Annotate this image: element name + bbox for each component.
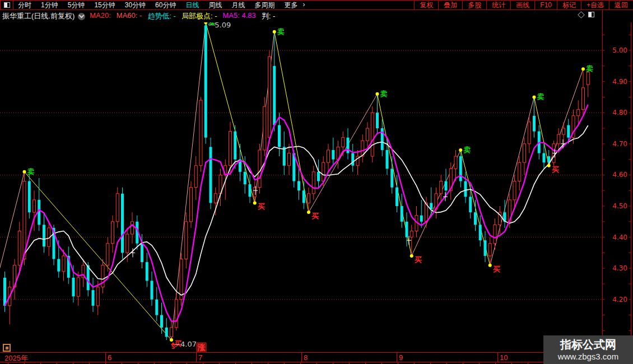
period-toolbar: 分时1分钟5分钟15分钟30分钟60分钟日线周线月线多周期更多 › 复权叠加多股… — [0, 0, 633, 10]
date-axis: 2025年 678910 — [0, 352, 633, 362]
period-tab-周线[interactable]: 周线 — [208, 1, 222, 10]
indicator-MA20: MA20: — [90, 11, 111, 21]
month-label-10: 10 — [500, 353, 508, 362]
page-title: 振华重工(日线.前复权) — [2, 11, 75, 21]
sell-marker: 卖 — [463, 146, 471, 154]
month-tick — [105, 353, 106, 362]
period-tab-月线[interactable]: 月线 — [231, 1, 245, 10]
buy-marker: 买 — [311, 212, 319, 220]
app-window: 5.004.904.804.704.604.504.404.304.20卖买卖买… — [0, 0, 633, 364]
month-tick — [497, 353, 498, 362]
svg-text:4.50: 4.50 — [612, 202, 627, 210]
indicator-MA60: MA60: - — [117, 11, 142, 21]
layout-toggle-button[interactable] — [0, 1, 13, 10]
tool-button-+自选[interactable]: +自选 — [581, 1, 609, 10]
period-tab-日线[interactable]: 日线 — [185, 1, 199, 10]
month-label-8: 8 — [304, 353, 308, 362]
period-tab-5分钟[interactable]: 5分钟 — [68, 1, 85, 10]
buy-marker: 买 — [552, 165, 559, 174]
month-label-7: 7 — [198, 353, 202, 362]
rise-badge: 涨 — [196, 342, 207, 353]
ma10-line — [5, 125, 588, 306]
indicator-局部极点: 局部极点: - — [181, 11, 217, 21]
period-tab-1分钟[interactable]: 1分钟 — [41, 1, 58, 10]
tool-button-统计[interactable]: 统计 — [486, 1, 510, 10]
pivot-dot — [459, 148, 462, 152]
chart-title-bar: 振华重工(日线.前复权) MA20:MA60: -趋势低: -局部极点: -MA… — [0, 10, 602, 22]
buy-marker: 买 — [258, 202, 265, 211]
restore-view-button[interactable] — [3, 344, 11, 352]
svg-text:4.80: 4.80 — [612, 109, 627, 116]
svg-text:4.40: 4.40 — [612, 234, 627, 241]
signal-s-marker: S — [171, 342, 175, 349]
indicator-趋势低: 趋势低: - — [147, 11, 176, 21]
candlestick-chart[interactable]: 5.004.904.804.704.604.504.404.304.20卖买卖买… — [0, 0, 633, 364]
sell-marker: 卖 — [380, 90, 388, 98]
svg-text:4.60: 4.60 — [612, 171, 627, 179]
pivot-dot — [307, 211, 310, 214]
price-axis: 5.004.904.804.704.604.504.404.304.20 — [603, 10, 631, 353]
period-tabs: 分时1分钟5分钟15分钟30分钟60分钟日线周线月线多周期更多 — [13, 1, 307, 10]
sell-marker: 卖 — [277, 27, 285, 36]
svg-text:4.20: 4.20 — [612, 296, 627, 304]
month-tick — [196, 353, 197, 362]
buy-marker: 买 — [415, 255, 422, 264]
candles — [3, 22, 589, 340]
pivot-dot — [410, 254, 413, 258]
tool-button-叠加[interactable]: 叠加 — [438, 1, 462, 10]
split-panel-icon — [4, 2, 10, 8]
svg-text:4.70: 4.70 — [612, 140, 627, 148]
watermark: 指标公式网 www.zbgs3.com — [543, 335, 633, 364]
watermark-url: www.zbgs3.com — [558, 351, 618, 362]
tool-button-多股[interactable]: 多股 — [462, 1, 486, 10]
pivot-dot — [170, 338, 173, 342]
sell-marker: 卖 — [586, 64, 593, 73]
svg-text:5.00: 5.00 — [612, 46, 627, 54]
svg-text:4.90: 4.90 — [612, 78, 627, 86]
tool-button-返回[interactable]: 返回 — [609, 1, 633, 10]
square-in-square-icon — [6, 347, 8, 349]
month-label-9: 9 — [399, 353, 403, 362]
pivot-dot — [23, 170, 26, 174]
period-tab-更多[interactable]: 更多 — [284, 1, 297, 10]
chevron-down-icon[interactable] — [78, 13, 85, 20]
pivot-dot — [547, 164, 551, 167]
tool-button-复权[interactable]: 复权 — [414, 1, 438, 10]
month-tick — [301, 353, 302, 362]
pivot-dot — [376, 92, 379, 96]
sell-marker: 卖 — [537, 92, 544, 101]
sell-marker: 卖 — [27, 167, 35, 176]
month-tick — [397, 353, 397, 362]
watermark-title: 指标公式网 — [560, 338, 616, 351]
month-label-6: 6 — [108, 353, 111, 362]
pivot-dot — [253, 201, 257, 204]
more-chevron-icon[interactable]: › — [302, 1, 305, 10]
period-tab-30分钟[interactable]: 30分钟 — [125, 1, 146, 10]
pivot-dot — [273, 30, 276, 34]
gridlines — [0, 50, 602, 300]
tool-button-F10[interactable]: F10 — [534, 1, 557, 10]
period-tab-15分钟[interactable]: 15分钟 — [94, 1, 115, 10]
buy-marker: 买 — [493, 265, 500, 273]
period-tab-多周期[interactable]: 多周期 — [254, 1, 274, 10]
tool-buttons: 复权叠加多股统计画线F10标记+自选返回 — [414, 1, 633, 10]
tool-button-标记[interactable]: 标记 — [557, 1, 581, 10]
svg-text:4.07: 4.07 — [180, 340, 197, 348]
indicator-legend: MA20:MA60: -趋势低: -局部极点: -MA5: 4.83判: - — [90, 11, 281, 21]
indicator-判: 判: - — [262, 11, 276, 21]
zigzag-lines — [0, 22, 583, 340]
pivot-dot — [533, 95, 536, 99]
pivot-dot — [488, 264, 492, 267]
svg-text:4.30: 4.30 — [612, 264, 627, 272]
year-label: 2025年 — [4, 353, 28, 363]
period-tab-分时[interactable]: 分时 — [18, 1, 31, 10]
diamond-icon[interactable] — [578, 11, 585, 18]
tool-button-画线[interactable]: 画线 — [510, 1, 534, 10]
pivot-dot — [581, 67, 585, 71]
split-panel-icon[interactable] — [588, 12, 594, 17]
period-tab-60分钟[interactable]: 60分钟 — [155, 1, 176, 10]
indicator-MA5: MA5: 4.83 — [223, 11, 256, 21]
